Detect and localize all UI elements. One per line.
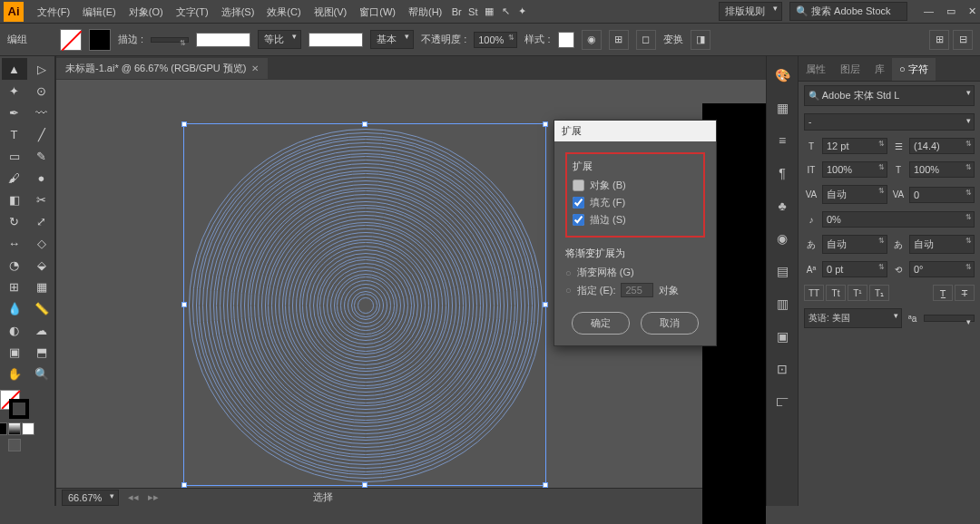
vscale-input[interactable]: 100% (822, 161, 887, 178)
measure-tool[interactable]: 📏 (29, 297, 54, 319)
stroke-panel-icon[interactable]: ≡ (772, 131, 792, 150)
nav-prev-icon[interactable]: ◂◂ (128, 491, 139, 503)
tab-libraries[interactable]: 库 (867, 58, 892, 81)
tab-character[interactable]: ○ 字符 (892, 58, 936, 81)
bridge-icon[interactable]: Br (448, 4, 465, 20)
blend-tool[interactable]: ◐ (2, 319, 27, 341)
symbols-panel-icon[interactable]: ¶ (772, 163, 792, 183)
arrange-icon[interactable]: ▦ (481, 4, 497, 20)
opacity-input[interactable]: 100% (474, 32, 517, 48)
menu-help[interactable]: 帮助(H) (402, 0, 448, 24)
stroke-swatch[interactable] (89, 29, 111, 51)
document-tab[interactable]: 未标题-1.ai* @ 66.67% (RGB/GPU 预览) ✕ (56, 58, 268, 79)
strike-button[interactable]: T̶ (955, 285, 975, 301)
paintbrush-tool[interactable]: 🖌 (2, 167, 27, 189)
superscript-button[interactable]: T¹ (848, 285, 867, 301)
close-button[interactable]: ✕ (968, 5, 976, 17)
subscript-button[interactable]: T₁ (869, 285, 889, 301)
color-mode[interactable] (0, 422, 7, 435)
align-icon[interactable]: ⊞ (609, 30, 629, 50)
hscale-input[interactable]: 100% (909, 161, 975, 178)
align-panel-icon[interactable]: ⫍ (772, 392, 792, 412)
pen-tool[interactable]: ✒ (2, 102, 27, 123)
rotate-tool[interactable]: ↻ (2, 210, 27, 232)
underline-button[interactable]: T̲ (933, 285, 953, 301)
leading-input[interactable]: (14.4) (909, 138, 975, 154)
zoom-tool[interactable]: 🔍 (29, 363, 54, 384)
perspective-tool[interactable]: ⬙ (29, 254, 54, 276)
transform-panel-icon[interactable]: ⊡ (772, 359, 792, 379)
style-swatch[interactable] (558, 32, 574, 48)
stroke-profile[interactable] (196, 33, 250, 47)
menu-effect[interactable]: 效果(C) (260, 0, 307, 24)
stroke-checkbox[interactable]: 描边 (S) (573, 213, 698, 227)
font-family-select[interactable]: 🔍 Adobe 宋体 Std L (804, 85, 975, 106)
menu-edit[interactable]: 编辑(E) (76, 0, 122, 24)
scissors-tool[interactable]: ✂ (29, 189, 54, 210)
line-tool[interactable]: ╱ (29, 123, 54, 145)
width-tool[interactable]: ↔ (2, 232, 27, 254)
kerning-input[interactable]: 自动 (822, 185, 887, 204)
baseline-shift-input[interactable]: 0 pt (822, 261, 887, 277)
artboard-tool[interactable]: ▣ (2, 341, 27, 363)
auto1-input[interactable]: 自动 (822, 235, 887, 254)
magic-wand-tool[interactable]: ✦ (2, 80, 27, 102)
transform-label[interactable]: 变换 (663, 33, 683, 46)
symbol-tool[interactable]: ☁ (29, 319, 54, 341)
menu-type[interactable]: 文字(T) (170, 0, 215, 24)
appearance-panel-icon[interactable]: ◉ (772, 228, 792, 248)
brushes-panel-icon[interactable]: ♣ (772, 196, 792, 216)
gradient-mode[interactable] (8, 422, 21, 435)
minimize-button[interactable]: — (924, 5, 934, 17)
antialias-select[interactable] (924, 315, 975, 322)
gpu-icon[interactable]: ✦ (514, 4, 530, 20)
close-tab-icon[interactable]: ✕ (251, 63, 259, 73)
layout-rule-dropdown[interactable]: 排版规则 (719, 2, 782, 21)
curvature-tool[interactable]: 〰 (29, 102, 54, 123)
swatches-panel-icon[interactable]: ▦ (772, 98, 792, 118)
eyedropper-tool[interactable]: 💧 (2, 297, 27, 319)
baseline-pct-input[interactable]: 0% (822, 211, 975, 228)
screen-mode[interactable] (8, 439, 21, 451)
pointer-icon[interactable]: ↖ (497, 4, 514, 20)
maximize-button[interactable]: ▭ (946, 5, 956, 17)
shape-icon[interactable]: ◻ (636, 30, 656, 50)
direct-selection-tool[interactable]: ▷ (29, 58, 54, 80)
zoom-dropdown[interactable]: 66.67% (62, 490, 119, 506)
rotation-input[interactable]: 0° (909, 261, 975, 277)
uniform-dropdown[interactable]: 等比 (258, 30, 301, 49)
menu-object[interactable]: 对象(O) (122, 0, 170, 24)
menu-select[interactable]: 选择(S) (215, 0, 261, 24)
none-mode[interactable] (22, 422, 34, 435)
scale-tool[interactable]: ⤢ (29, 210, 54, 232)
font-size-input[interactable]: 12 pt (822, 138, 887, 154)
menu-window[interactable]: 窗口(W) (353, 0, 402, 24)
language-select[interactable]: 英语: 美国 (804, 308, 902, 328)
slice-tool[interactable]: ⬒ (29, 341, 54, 363)
stock-icon[interactable]: St (465, 4, 481, 20)
auto2-input[interactable]: 自动 (909, 235, 975, 254)
stroke-weight-input[interactable] (151, 37, 189, 43)
color-panel-icon[interactable]: 🎨 (772, 65, 792, 85)
tracking-input[interactable]: 0 (909, 187, 975, 203)
shaper-tool[interactable]: ✎ (29, 145, 54, 167)
smallcaps-button[interactable]: Tt (826, 285, 846, 301)
recolor-icon[interactable]: ◉ (582, 30, 602, 50)
isolate-icon[interactable]: ◨ (691, 30, 710, 50)
gradient-tool[interactable]: ▦ (29, 276, 54, 297)
type-tool[interactable]: T (2, 123, 27, 145)
tab-layers[interactable]: 图层 (833, 58, 867, 81)
fill-swatch[interactable] (60, 29, 82, 51)
basic-dropdown[interactable]: 基本 (370, 30, 414, 49)
brush-def[interactable] (309, 33, 363, 47)
font-style-select[interactable]: - (804, 113, 975, 131)
ok-button[interactable]: 确定 (572, 312, 630, 335)
layers-panel-icon[interactable]: ▤ (772, 261, 792, 281)
lasso-tool[interactable]: ⊙ (29, 80, 54, 102)
eraser-tool[interactable]: ◧ (2, 189, 27, 210)
menu-file[interactable]: 文件(F) (31, 0, 76, 24)
mesh-tool[interactable]: ⊞ (2, 276, 27, 297)
nav-next-icon[interactable]: ▸▸ (148, 491, 159, 503)
selection-tool[interactable]: ▲ (2, 58, 27, 80)
rectangle-tool[interactable]: ▭ (2, 145, 27, 167)
